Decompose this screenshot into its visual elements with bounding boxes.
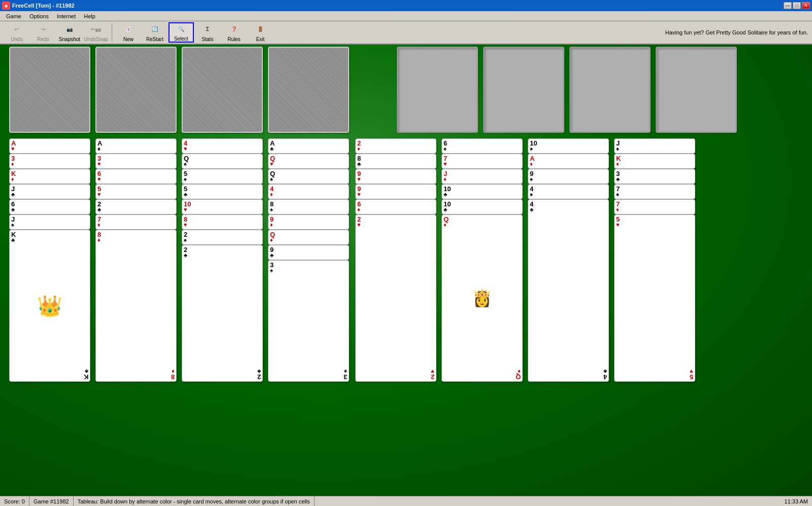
tableau-col3-card8[interactable]: 2 ♣ 2 ♣ — [182, 245, 263, 382]
tableau-col6-card5[interactable]: 10 ♣ — [442, 199, 523, 214]
tableau-col2-card2[interactable]: 3 ♥ — [95, 154, 177, 169]
minimize-button[interactable]: — — [784, 2, 792, 9]
tableau-col1-card5[interactable]: 6 ♣ — [9, 199, 90, 214]
status-score: Score: 0 — [0, 496, 29, 506]
tableau-col5-card3[interactable]: 9 ♥ — [355, 169, 436, 184]
tableau-col7-card1[interactable]: 10 ♠ — [528, 138, 609, 154]
tableau-col2-card5[interactable]: 2 ♣ — [95, 199, 177, 214]
tableau-col8-card2[interactable]: K ♦ — [614, 154, 695, 169]
toolbar: ↩ Undo ↪ Redo 📷 Snapshot ↩📷 UndoSnap 🃏 N… — [0, 21, 812, 45]
redo-button[interactable]: ↪ Redo — [30, 22, 56, 43]
snapshot-button[interactable]: 📷 Snapshot — [57, 22, 82, 43]
tableau-col2-card1[interactable]: A ♠ — [95, 138, 177, 154]
tableau-col6-card1[interactable]: 6 ♠ — [442, 138, 523, 154]
tableau-col8-card1[interactable]: J ♠ — [614, 138, 695, 154]
freecell-3[interactable] — [182, 47, 263, 133]
tableau-col8-card6[interactable]: 5 ♥ 5 ♥ — [614, 214, 695, 382]
tableau-col1-card2[interactable]: 3 ♦ — [9, 154, 90, 169]
tableau-col7-card3[interactable]: 9 ♠ — [528, 169, 609, 184]
tableau-col5-card6[interactable]: 2 ♥ 2 ♥ — [355, 214, 436, 382]
tableau-col5-card2[interactable]: 8 ♣ — [355, 154, 436, 169]
tableau-col3-card2[interactable]: Q ♠ — [182, 154, 263, 169]
new-icon: 🃏 — [122, 23, 134, 35]
undosnap-icon: ↩📷 — [90, 23, 102, 35]
tableau-col3-card7[interactable]: 2 ♠ — [182, 230, 263, 245]
stats-icon: Σ — [201, 23, 214, 35]
close-button[interactable]: ✕ — [802, 2, 810, 9]
foundation-1[interactable] — [397, 47, 478, 133]
foundation-4[interactable] — [656, 47, 737, 133]
menu-options[interactable]: Options — [25, 12, 53, 20]
tableau-col4-card3[interactable]: Q ♠ — [268, 169, 349, 184]
tableau-col1-card6[interactable]: J ♠ — [9, 214, 90, 230]
tableau-col2-card3[interactable]: 6 ♥ — [95, 169, 177, 184]
tableau-col4-card8[interactable]: 9 ♣ — [268, 245, 349, 260]
redo-icon: ↪ — [37, 23, 49, 35]
tableau-col1-card7[interactable]: K ♣ 👑 K ♣ — [9, 230, 90, 382]
tableau-col2-card6[interactable]: 7 ♦ — [95, 214, 177, 230]
rules-button[interactable]: ❓ Rules — [221, 22, 247, 43]
tableau-col1-card3[interactable]: K ♦ — [9, 169, 90, 184]
tableau-col1-card1[interactable]: A ♥ — [9, 138, 90, 154]
restart-icon: 🔄 — [149, 23, 161, 35]
tableau-col7-card5[interactable]: 4 ♣ 4 ♣ — [528, 199, 609, 382]
menu-bar: Game Options Internet Help — [0, 11, 812, 21]
app-icon: ♣ — [2, 2, 10, 10]
window-title: FreeCell [Tom] - #11982 — [12, 3, 75, 9]
freecell-2[interactable] — [95, 47, 177, 133]
tableau-col4-card9[interactable]: 3 ♠ 3 ♠ — [268, 260, 349, 382]
maximize-button[interactable]: □ — [793, 2, 801, 9]
restart-button[interactable]: 🔄 ReStart — [142, 22, 167, 43]
tableau-col4-card4[interactable]: 4 ♦ — [268, 184, 349, 199]
tableau-col2-card4[interactable]: 5 ♥ — [95, 184, 177, 199]
select-button[interactable]: 🔍 Select — [168, 22, 194, 43]
tableau-col6-card6[interactable]: Q ♦ 👸 Q ♦ — [442, 214, 523, 382]
select-icon: 🔍 — [175, 23, 187, 35]
title-bar: ♣ FreeCell [Tom] - #11982 — □ ✕ — [0, 0, 812, 11]
exit-button[interactable]: 🚪 Exit — [248, 22, 273, 43]
tableau-col1-card4[interactable]: J ♣ — [9, 184, 90, 199]
menu-internet[interactable]: Internet — [53, 12, 80, 20]
tableau-col4-card6[interactable]: 9 ♦ — [268, 214, 349, 230]
foundation-2[interactable] — [483, 47, 564, 133]
tableau-col7-card2[interactable]: A ♦ — [528, 154, 609, 169]
stats-button[interactable]: Σ Stats — [195, 22, 220, 43]
snapshot-icon: 📷 — [63, 23, 76, 35]
tableau-col4-card5[interactable]: 8 ♠ — [268, 199, 349, 214]
tableau-col3-card3[interactable]: 5 ♠ — [182, 169, 263, 184]
foundation-3[interactable] — [569, 47, 651, 133]
tableau-col5-card5[interactable]: 6 ♦ — [355, 199, 436, 214]
undo-icon: ↩ — [11, 23, 23, 35]
status-game: Game #11982 — [29, 496, 74, 506]
tableau-col3-card6[interactable]: 8 ♥ — [182, 214, 263, 230]
tableau-col4-card1[interactable]: A ♣ — [268, 138, 349, 154]
tableau-col3-card5[interactable]: 10 ♥ — [182, 199, 263, 214]
new-button[interactable]: 🃏 New — [116, 22, 141, 43]
tableau-col5-card4[interactable]: 9 ♥ — [355, 184, 436, 199]
undo-button[interactable]: ↩ Undo — [4, 22, 29, 43]
freecell-4[interactable] — [268, 47, 349, 133]
tableau-col3-card4[interactable]: 5 ♣ — [182, 184, 263, 199]
game-area: A ♥ 3 ♦ K ♦ J ♣ 6 ♣ J ♠ K ♣ 👑 K ♣ A ♠ 3 … — [0, 45, 812, 496]
tableau-col6-card2[interactable]: 7 ♥ — [442, 154, 523, 169]
tableau-col4-card7[interactable]: Q ♦ — [268, 230, 349, 245]
status-bar: Score: 0 Game #11982 Tableau: Build down… — [0, 496, 812, 506]
undosnap-button[interactable]: ↩📷 UndoSnap — [83, 22, 109, 43]
status-tableau: Tableau: Build down by alternate color -… — [74, 496, 315, 506]
tableau-col7-card4[interactable]: 4 ♠ — [528, 184, 609, 199]
status-time: 11:33 AM — [781, 498, 812, 504]
tableau-col8-card4[interactable]: 7 ♠ — [614, 184, 695, 199]
toolbar-separator-1 — [112, 23, 113, 42]
tableau-col4-card2[interactable]: Q ♥ — [268, 154, 349, 169]
tableau-col6-card3[interactable]: J ♦ — [442, 169, 523, 184]
menu-help[interactable]: Help — [80, 12, 99, 20]
tableau-col3-card1[interactable]: 4 ♥ — [182, 138, 263, 154]
title-bar-left: ♣ FreeCell [Tom] - #11982 — [2, 2, 75, 10]
tableau-col5-card1[interactable]: 2 ♦ — [355, 138, 436, 154]
tableau-col2-card7[interactable]: 8 ♦ 8 ♦ — [95, 230, 177, 382]
menu-game[interactable]: Game — [2, 12, 25, 20]
freecell-1[interactable] — [9, 47, 90, 133]
tableau-col6-card4[interactable]: 10 ♣ — [442, 184, 523, 199]
tableau-col8-card3[interactable]: 3 ♣ — [614, 169, 695, 184]
tableau-col8-card5[interactable]: 7 ♦ — [614, 199, 695, 214]
